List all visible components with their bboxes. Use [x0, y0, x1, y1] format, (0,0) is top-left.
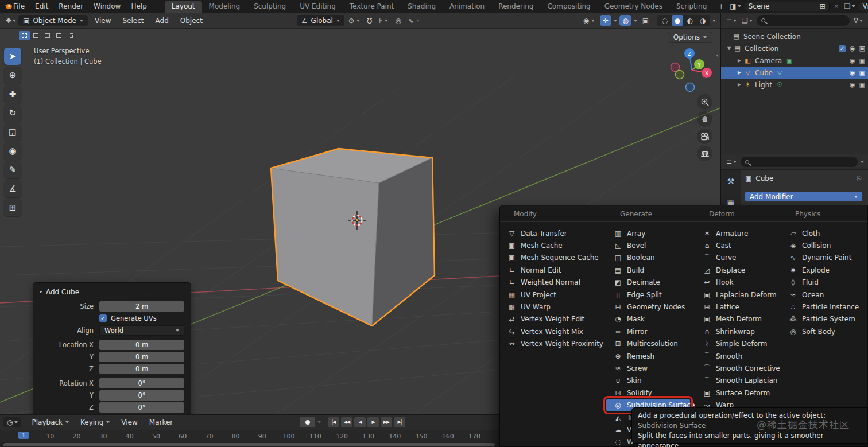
tab-layout[interactable]: Layout — [165, 1, 202, 13]
modifier-item-vertex-weight-proximity[interactable]: ↭Vertex Weight Proximity — [500, 338, 601, 350]
snap-toggle[interactable]: Ω — [364, 15, 375, 26]
gizmos-toggle[interactable]: ✛ — [600, 15, 611, 26]
viewport-menu-add[interactable]: Add — [150, 17, 175, 25]
modifier-item-smooth-corrective[interactable]: ⌒Smooth Corrective — [695, 362, 776, 374]
hide-eye-icon[interactable]: ◉ — [850, 57, 855, 64]
add-cube-panel-header[interactable]: Add Cube — [40, 288, 185, 296]
outliner-search-input[interactable] — [757, 15, 850, 26]
scene-field[interactable]: Scene ⊞ — [745, 2, 830, 11]
properties-editor-selector[interactable]: ≡ — [725, 158, 738, 166]
play-reverse-button[interactable]: ◀ — [354, 417, 366, 427]
frame-tick-20[interactable]: 20 — [72, 433, 80, 440]
size-field[interactable]: 2 m — [99, 301, 184, 312]
tab-modeling[interactable]: Modeling — [202, 1, 247, 13]
modifier-item-mirror[interactable]: ∞Mirror — [606, 325, 690, 337]
frame-tick-120[interactable]: 120 — [336, 433, 348, 440]
editor-type-selector[interactable]: ✥ — [5, 17, 17, 25]
menu-help[interactable]: Help — [126, 0, 152, 13]
modifier-item-particle-system[interactable]: ⁂Particle System — [781, 313, 858, 325]
modifier-item-vertex-weight-edit[interactable]: ⇄Vertex Weight Edit — [500, 313, 601, 325]
navigation-gizmo[interactable]: Z Y X — [671, 48, 712, 92]
location-y-field[interactable]: 0 m — [99, 352, 184, 362]
viewport-menu-select[interactable]: Select — [117, 17, 149, 25]
disable-render-icon[interactable]: ▣ — [859, 69, 865, 76]
wireframe-shading-button[interactable]: ◌ — [659, 15, 671, 26]
tab-compositing[interactable]: Compositing — [540, 1, 597, 13]
modifier-item-data-transfer[interactable]: ▽Data Transfer — [500, 227, 601, 239]
align-dropdown[interactable]: World — [99, 325, 184, 336]
rotate-tool[interactable]: ↻ — [4, 104, 21, 122]
timeline-menu-marker[interactable]: Marker — [144, 418, 179, 426]
modifier-item-soft-body[interactable]: ◎Soft Body — [781, 325, 858, 337]
jump-to-end-button[interactable]: ▶| — [394, 417, 405, 427]
select-paint-button[interactable] — [65, 31, 76, 40]
scene-selector-icon[interactable]: ◨ — [728, 2, 742, 10]
pivot-point-selector[interactable]: ⊙ — [346, 15, 363, 26]
timeline-editor-selector[interactable]: ◷ — [3, 417, 21, 427]
frame-tick-160[interactable]: 160 — [442, 433, 454, 440]
viewport-menu-object[interactable]: Object — [175, 17, 208, 25]
expand-icon[interactable]: ▶ — [736, 70, 743, 75]
axis-neg-z-ball[interactable] — [686, 83, 695, 92]
shading-dropdown-icon[interactable] — [712, 20, 716, 22]
snap-settings-selector[interactable]: ⊦ — [376, 15, 391, 26]
timeline-menu-view[interactable]: View — [115, 418, 143, 426]
tab-sculpting[interactable]: Sculpting — [247, 1, 293, 13]
modifier-item-boolean[interactable]: ◫Boolean — [606, 252, 690, 264]
cursor-tool[interactable]: ⊕ — [4, 67, 21, 84]
modifier-item-vertex-weight-mix[interactable]: ⇆Vertex Weight Mix — [500, 325, 601, 337]
tab-animation[interactable]: Animation — [443, 1, 491, 13]
select-tweak-button[interactable] — [19, 31, 30, 40]
modifiers-tab-wrench-icon[interactable]: ⚒ — [727, 177, 735, 186]
new-scene-icon[interactable]: ⊞ — [820, 2, 826, 10]
collapse-sidebar-icon[interactable]: ‹ — [716, 52, 719, 59]
scale-tool[interactable]: ◱ — [4, 123, 21, 141]
disable-render-icon[interactable]: ▣ — [859, 45, 865, 52]
modifier-item-dynamic-paint[interactable]: ∿Dynamic Paint — [781, 252, 858, 264]
generate-uvs-checkbox[interactable]: ✓ — [99, 314, 107, 322]
frame-tick-70[interactable]: 70 — [205, 433, 213, 440]
modifier-item-smooth[interactable]: ⌒Smooth — [695, 350, 776, 362]
hide-eye-icon[interactable]: ◉ — [850, 81, 855, 88]
modifier-item-cloth[interactable]: ▱Cloth — [781, 227, 858, 239]
modifier-item-laplacian-deform[interactable]: ▣Laplacian Deform — [695, 289, 776, 301]
annotate-tool[interactable]: ✎ — [4, 161, 21, 178]
overlays-toggle[interactable]: ◍ — [619, 15, 631, 26]
frame-tick-50[interactable]: 50 — [152, 433, 160, 440]
outliner-row-cube[interactable]: ▶ ▽ Cube ▽ ◉ ▣ — [721, 67, 868, 79]
modifier-item-screw[interactable]: ≋Screw — [606, 362, 690, 374]
menu-render[interactable]: Render — [53, 0, 88, 13]
visibility-selector[interactable]: ◉ — [580, 15, 598, 26]
tab-texture-paint[interactable]: Texture Paint — [343, 1, 401, 13]
modifier-item-geometry-nodes[interactable]: ⊟Geometry Nodes — [606, 301, 690, 313]
modifier-item-weighted-normal[interactable]: ∟Weighted Normal — [500, 277, 601, 289]
xray-toggle[interactable]: ▣ — [640, 15, 652, 26]
select-box-button[interactable] — [30, 31, 41, 40]
options-button[interactable]: Options — [668, 32, 712, 43]
frame-tick-170[interactable]: 170 — [468, 433, 480, 440]
modifier-item-ocean[interactable]: ≈Ocean — [781, 289, 858, 301]
frame-tick-140[interactable]: 140 — [389, 433, 401, 440]
properties-search-input[interactable] — [741, 157, 858, 167]
viewport-menu-view[interactable]: View — [89, 17, 117, 25]
cube-object[interactable] — [271, 149, 435, 326]
axis-neg-y-ball[interactable] — [676, 71, 684, 79]
menu-window[interactable]: Window — [88, 0, 126, 13]
modifier-item-curve[interactable]: ⌒Curve — [695, 252, 776, 264]
frame-tick-60[interactable]: 60 — [179, 433, 187, 440]
disable-render-icon[interactable]: ▣ — [859, 81, 865, 88]
rendered-shading-button[interactable]: ◑ — [697, 15, 708, 26]
modifier-item-skin[interactable]: ∪Skin — [606, 375, 690, 387]
outliner-row-light[interactable]: ▶ ☀ Light ☉ ◉ ▣ — [721, 79, 868, 91]
rotation-y-field[interactable]: 0° — [99, 390, 184, 401]
modifier-item-armature[interactable]: ✶Armature — [695, 227, 776, 239]
hide-eye-icon[interactable]: ◉ — [850, 45, 855, 52]
outliner-row-scene-collection[interactable]: ▤ Scene Collection — [721, 30, 868, 42]
timeline-menu-playback[interactable]: Playback — [26, 418, 75, 426]
modifier-item-uv-warp[interactable]: ▩UV Warp — [500, 301, 601, 313]
expand-icon[interactable]: ▼ — [726, 46, 733, 51]
select-lasso-button[interactable] — [53, 31, 64, 40]
frame-tick-10[interactable]: 10 — [46, 433, 54, 440]
hide-eye-icon[interactable]: ◉ — [850, 69, 855, 76]
tab-shading[interactable]: Shading — [401, 1, 443, 13]
